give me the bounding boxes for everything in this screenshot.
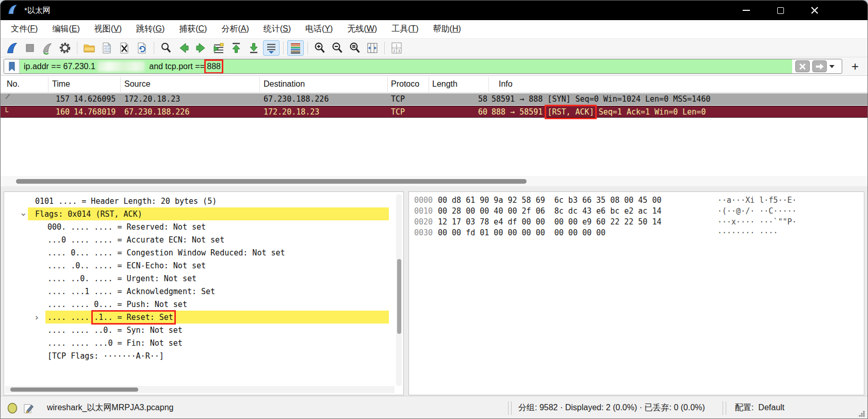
go-first-packet-button[interactable] <box>228 40 244 56</box>
menu-edit[interactable]: 编辑(E) <box>45 22 87 37</box>
column-no[interactable]: No. <box>7 79 20 89</box>
find-packet-button[interactable] <box>158 40 174 56</box>
reload-file-button[interactable] <box>134 40 150 56</box>
menu-view[interactable]: 视图(V) <box>87 22 129 37</box>
hex-row[interactable]: 000000 d8 61 90 9a 92 58 69 6c b3 66 35 … <box>409 195 864 206</box>
go-forward-button[interactable] <box>193 40 209 56</box>
maximize-button[interactable] <box>763 1 797 20</box>
zoom-original-button[interactable] <box>347 40 363 56</box>
capture-filename[interactable]: wireshark_以太网MRPJA3.pcapng <box>47 396 173 419</box>
maximize-icon <box>777 7 784 14</box>
resize-grip[interactable] <box>858 410 865 417</box>
detail-cwr[interactable]: .... 0... .... = Congestion Window Reduc… <box>4 247 403 260</box>
detail-header-length[interactable]: 0101 .... = Header Length: 20 bytes (5) <box>4 195 403 208</box>
close-file-button[interactable] <box>116 40 133 56</box>
menu-help[interactable]: 帮助(H) <box>426 22 468 37</box>
restart-fin-icon <box>41 41 54 55</box>
details-vscroll-thumb[interactable] <box>397 259 401 334</box>
detail-fin[interactable]: .... .... ...0 = Fin: Not set <box>4 337 403 350</box>
menu-file[interactable]: 文件(F) <box>4 22 45 37</box>
column-source[interactable]: Source <box>124 79 151 89</box>
menu-capture[interactable]: 捕获(C) <box>172 22 214 37</box>
open-file-button[interactable] <box>81 40 97 56</box>
port-annotation-box: 888 <box>207 62 221 71</box>
titlebar: *以太网 <box>1 1 867 20</box>
zoom-out-button[interactable] <box>329 40 346 56</box>
hex-row[interactable]: 003000 00 fd 01 00 00 00 00 00 00 00 00·… <box>409 228 864 238</box>
bookmark-icon <box>6 60 18 73</box>
detail-syn[interactable]: .... .... ..0. = Syn: Not set <box>4 324 403 337</box>
menu-tools[interactable]: 工具(T) <box>384 22 425 37</box>
hex-row[interactable]: 002012 17 03 78 e4 df 00 00 00 00 e9 60 … <box>409 217 864 228</box>
capture-options-button[interactable] <box>57 40 73 56</box>
filter-dropdown-caret[interactable] <box>829 65 834 68</box>
menu-go[interactable]: 跳转(G) <box>129 22 172 37</box>
layout-button[interactable]: 123 <box>388 40 405 56</box>
chevron-down-icon[interactable]: › <box>17 212 30 217</box>
detail-accurate-ecn[interactable]: ...0 .... .... = Accurate ECN: Not set <box>4 234 403 247</box>
shark-fin-icon <box>6 41 19 55</box>
details-vscrollbar[interactable] <box>396 194 402 386</box>
close-file-icon <box>118 41 131 55</box>
menu-wireless[interactable]: 无线(W) <box>340 22 384 37</box>
details-hscroll-thumb[interactable] <box>10 388 138 392</box>
stop-capture-button[interactable] <box>22 40 38 56</box>
column-protocol[interactable]: Protoco <box>391 79 419 89</box>
start-capture-button[interactable] <box>4 40 21 56</box>
packet-row-157[interactable]: 157 14.626095 172.20.18.23 67.230.188.22… <box>1 93 867 105</box>
menu-analyze[interactable]: 分析(A) <box>214 22 256 37</box>
go-last-packet-button[interactable] <box>245 40 262 56</box>
colorize-icon <box>289 41 302 55</box>
wireshark-logo-icon <box>7 3 19 18</box>
packet-list-hscrollbar[interactable] <box>1 176 867 186</box>
toolbar-separator <box>384 42 385 54</box>
detail-urgent[interactable]: .... ..0. .... = Urgent: Not set <box>4 272 403 285</box>
save-file-icon: 010101100101 <box>100 41 113 55</box>
svg-text:1: 1 <box>396 43 398 47</box>
detail-acknowledgment[interactable]: .... ...1 .... = Acknowledgment: Set <box>4 285 403 298</box>
column-length[interactable]: Length <box>432 79 457 89</box>
save-file-button[interactable]: 010101100101 <box>99 40 115 56</box>
zoom-in-icon <box>313 41 326 55</box>
zoom-in-button[interactable] <box>312 40 328 56</box>
detail-reset[interactable]: ›.... .... .1.. = Reset: Set <box>4 311 403 324</box>
packet-list-header: No. Time Source Destination Protoco Leng… <box>1 76 867 93</box>
detail-tcp-flags-summary[interactable]: [TCP Flags: ·······A·R··] <box>4 350 403 363</box>
clear-filter-button[interactable] <box>795 60 810 72</box>
resize-columns-button[interactable] <box>364 40 381 56</box>
column-destination[interactable]: Destination <box>264 79 305 89</box>
toolbar-separator <box>154 42 154 54</box>
arrow-left-icon <box>177 41 190 55</box>
column-info[interactable]: Info <box>499 79 513 89</box>
go-back-button[interactable] <box>175 40 192 56</box>
menubar: 文件(F) 编辑(E) 视图(V) 跳转(G) 捕获(C) 分析(A) 统计(S… <box>1 20 867 39</box>
capture-comment-button[interactable] <box>23 396 35 419</box>
minimize-button[interactable] <box>729 1 763 20</box>
detail-reserved[interactable]: 000. .... .... = Reserved: Not set <box>4 221 403 234</box>
details-hscrollbar[interactable] <box>5 386 395 393</box>
filter-bar: ip.addr == 67.230.1 and tcp.port == 888 … <box>1 57 867 76</box>
apply-filter-button[interactable] <box>812 60 827 72</box>
packet-list-hscroll-thumb[interactable] <box>16 179 527 184</box>
go-to-packet-button[interactable] <box>210 40 227 56</box>
layout-icon: 123 <box>390 41 403 55</box>
hex-row[interactable]: 001000 28 00 00 40 00 2f 06 8c dc 43 e6 … <box>409 206 864 217</box>
column-time[interactable]: Time <box>52 79 70 89</box>
filter-bookmark-button[interactable] <box>4 59 20 73</box>
menu-telephony[interactable]: 电话(Y) <box>298 22 340 37</box>
svg-text:2: 2 <box>394 49 396 53</box>
packet-row-160[interactable]: └ 160 14.768019 67.230.188.226 172.20.18… <box>1 106 867 118</box>
add-filter-button[interactable]: + <box>847 59 863 74</box>
detail-ecn-echo[interactable]: .... .0.. .... = ECN-Echo: Not set <box>4 260 403 272</box>
colorize-button[interactable] <box>287 40 304 56</box>
display-filter-input[interactable]: ip.addr == 67.230.1 and tcp.port == 888 <box>20 59 792 73</box>
detail-flags[interactable]: ›Flags: 0x014 (RST, ACK) <box>4 208 403 221</box>
expert-info-button[interactable] <box>7 396 18 419</box>
close-button[interactable] <box>797 1 831 20</box>
auto-scroll-button[interactable] <box>263 40 280 56</box>
profile-selector[interactable]: 配置: Default <box>735 396 784 419</box>
detail-push[interactable]: .... .... 0... = Push: Not set <box>4 298 403 311</box>
chevron-right-icon[interactable]: › <box>34 311 39 324</box>
menu-statistics[interactable]: 统计(S) <box>256 22 298 37</box>
restart-capture-button[interactable] <box>39 40 56 56</box>
